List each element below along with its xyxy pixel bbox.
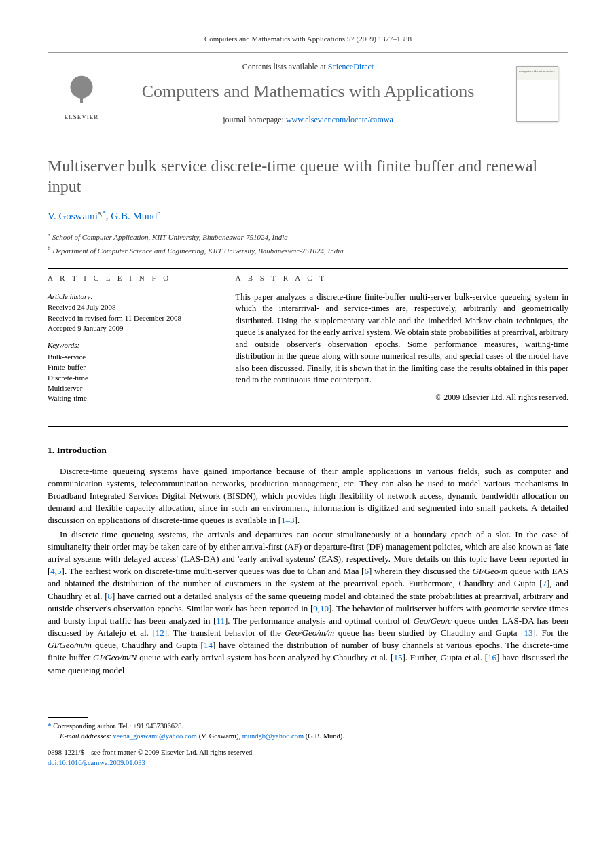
p2-k: queue has been studied by Chaudhry and G… [334,628,524,638]
model-2: Geo/Geo/c [414,615,452,626]
ref-link-1-3[interactable]: 1–3 [281,515,295,525]
keyword-1: Bulk-service [48,352,219,362]
author-link-2[interactable]: G.B. Mund [111,211,157,221]
history-accepted: Accepted 9 January 2009 [48,323,219,334]
p2-h: ]. The performance analysis and optimal … [225,615,414,626]
author-link-1[interactable]: V. Goswami [48,211,98,221]
journal-homepage-link[interactable]: www.elsevier.com/locate/camwa [286,115,393,124]
journal-masthead: ELSEVIER computers & mathematics Content… [48,52,568,135]
p2-l: ]. For the [532,628,568,638]
homepage-prefix: journal homepage: [223,115,286,124]
email2-who: (G.B. Mund). [304,732,344,740]
author2-affil-sup: b [157,209,160,217]
p2-p: ]. Further, Gupta et al. [ [402,652,488,662]
issn-copyright-line: 0898-1221/$ – see front matter © 2009 El… [48,748,568,758]
corr-label: Corresponding author. Tel.: +91 94373066… [52,722,184,730]
bottom-copyright-block: 0898-1221/$ – see front matter © 2009 El… [48,748,568,768]
affiliation-b: b Department of Computer Science and Eng… [48,244,568,256]
ref-link-10[interactable]: 10 [320,603,329,613]
publisher-name: ELSEVIER [65,113,99,122]
contents-prefix: Contents lists available at [242,62,328,71]
contents-available-line: Contents lists available at ScienceDirec… [48,61,568,73]
email1-who: (V. Goswami), [197,732,242,740]
intro-paragraph-2: In discrete-time queueing systems, the a… [48,529,568,677]
article-history-heading: Article history: [48,291,219,302]
keyword-2: Finite-buffer [48,362,219,372]
cover-text: computers & mathematics [519,69,556,73]
doi-prefix: doi: [48,759,58,766]
model-4: GI/Geo/m/m [48,640,92,650]
abstract-column: A B S T R A C T This paper analyzes a di… [236,269,568,408]
history-revised: Received in revised form 11 December 200… [48,313,219,323]
keyword-4: Multiserver [48,383,219,393]
intro-paragraph-1: Discrete-time queueing systems have gain… [48,465,568,527]
abstract-text: This paper analyzes a discrete-time fini… [236,287,568,389]
journal-cover-thumbnail: computers & mathematics [516,66,558,122]
publisher-logo: ELSEVIER [58,67,105,121]
affiliation-a: a School of Computer Application, KIIT U… [48,230,568,243]
doi-line: doi:10.1016/j.camwa.2009.01.033 [48,758,568,768]
model-1: GI/Geo/m [472,566,507,576]
ref-link-16[interactable]: 16 [488,652,496,662]
p1-text-a: Discrete-time queueing systems have gain… [48,466,568,526]
running-header: Computers and Mathematics with Applicati… [48,34,568,44]
footnote-divider [48,717,88,718]
section-1-heading: 1. Introduction [48,444,568,457]
p2-m: queue, Chaudhry and Gupta [ [92,640,204,650]
p2-o: queue with early arrival system has been… [137,652,393,662]
ref-link-12[interactable]: 12 [156,628,164,638]
sciencedirect-link[interactable]: ScienceDirect [328,62,374,71]
keyword-3: Discrete-time [48,373,219,383]
p2-j: ]. The transient behavior of the [164,628,285,638]
affil-text-b: Department of Computer Science and Engin… [51,247,344,255]
author-list: V. Goswamia,*, G.B. Mundb [48,209,568,223]
author1-affil-sup: a, [98,209,103,217]
p1-text-b: ]. [295,515,300,525]
keywords-heading: Keywords: [48,340,219,351]
history-received: Received 24 July 2008 [48,302,219,312]
model-5: GI/Geo/m/N [93,652,137,662]
ref-link-13[interactable]: 13 [524,628,532,638]
email-label: E-mail addresses: [60,732,111,740]
p2-c: ] wherein they discussed the [369,566,472,576]
abstract-label: A B S T R A C T [236,269,568,286]
article-title: Multiserver bulk service discrete-time q… [48,156,568,196]
footnotes-block: * Corresponding author. Tel.: +91 943730… [48,721,568,741]
ref-link-14[interactable]: 14 [204,640,213,650]
email-link-2[interactable]: mundgb@yahoo.com [242,732,304,740]
tree-icon [65,74,98,111]
abstract-copyright: © 2009 Elsevier Ltd. All rights reserved… [236,392,568,404]
doi-link[interactable]: doi:10.1016/j.camwa.2009.01.033 [48,759,145,766]
keyword-5: Waiting-time [48,393,219,404]
corresponding-author-note: * Corresponding author. Tel.: +91 943730… [48,721,568,732]
affil-text-a: School of Computer Application, KIIT Uni… [50,233,288,241]
journal-title: Computers and Mathematics with Applicati… [48,79,568,104]
article-info-label: A R T I C L E I N F O [48,269,219,286]
affiliations-block: a School of Computer Application, KIIT U… [48,230,568,256]
article-info-column: A R T I C L E I N F O Article history: R… [48,269,219,408]
p2-b: ]. The earliest work on discrete-time mu… [62,566,365,576]
journal-homepage-line: journal homepage: www.elsevier.com/locat… [48,114,568,126]
email-addresses-line: E-mail addresses: veena_goswami@yahoo.co… [48,732,568,742]
ref-link-11[interactable]: 11 [216,615,225,626]
model-3: Geo/Geo/m/m [285,628,334,638]
doi-value: 10.1016/j.camwa.2009.01.033 [58,759,145,766]
email-link-1[interactable]: veena_goswami@yahoo.com [113,732,197,740]
ref-link-15[interactable]: 15 [393,652,402,662]
